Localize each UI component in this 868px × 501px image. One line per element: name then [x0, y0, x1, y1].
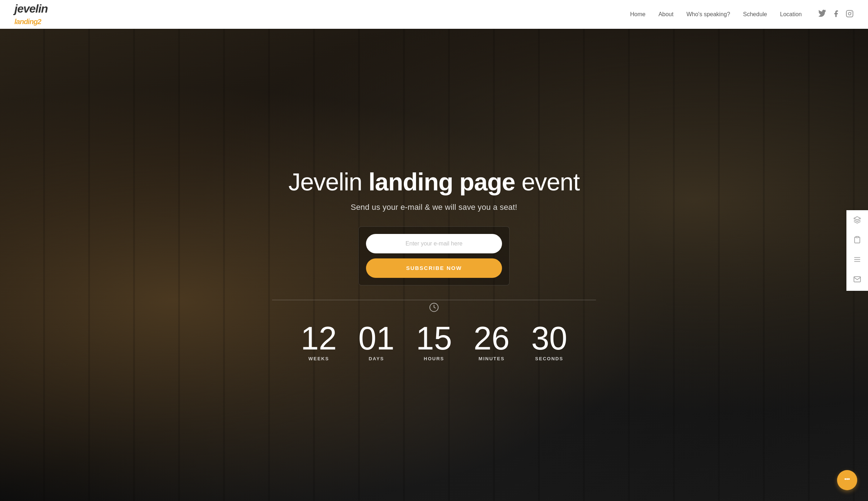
hours-number: 15	[416, 322, 452, 355]
chat-button[interactable]	[837, 470, 857, 490]
email-form: SUBSCRIBE NOW	[358, 226, 510, 285]
layers-icon[interactable]	[853, 216, 861, 226]
weeks-number: 12	[301, 322, 337, 355]
right-sidebar	[846, 210, 868, 291]
svg-marker-4	[854, 217, 860, 220]
countdown-seconds: 30 SECONDS	[531, 322, 567, 361]
nav-location[interactable]: Location	[780, 11, 802, 18]
twitter-icon[interactable]	[818, 10, 826, 19]
days-label: DAYS	[369, 356, 384, 361]
facebook-icon[interactable]	[832, 10, 840, 19]
countdown-minutes: 26 MINUTES	[474, 322, 510, 361]
hero-section: Jevelin landing page event Send us your …	[0, 0, 868, 501]
hero-title-suffix: event	[515, 168, 579, 195]
hero-subtitle: Send us your e-mail & we will save you a…	[351, 203, 517, 212]
svg-point-9	[845, 479, 846, 479]
clock-icon	[429, 302, 439, 315]
logo-landing: landing2	[14, 18, 41, 26]
svg-point-11	[849, 479, 849, 479]
header: jevelin landing2 Home About Who's speaki…	[0, 0, 868, 29]
mail-icon[interactable]	[853, 275, 861, 285]
countdown-days: 01 DAYS	[358, 322, 394, 361]
svg-point-2	[851, 12, 852, 12]
email-input[interactable]	[366, 234, 502, 253]
svg-point-1	[848, 12, 851, 15]
svg-point-10	[847, 479, 847, 479]
minutes-number: 26	[474, 322, 510, 355]
hero-title-bold: landing page	[369, 168, 515, 195]
hero-content: Jevelin landing page event Send us your …	[0, 168, 868, 361]
nav-home[interactable]: Home	[630, 11, 646, 18]
hero-title: Jevelin landing page event	[288, 168, 579, 195]
chat-icon	[843, 475, 851, 486]
logo-jevelin: jevelin	[14, 2, 48, 15]
countdown-section: 12 WEEKS 01 DAYS 15 HOURS 26 MINUTES 30	[272, 300, 596, 361]
svg-rect-5	[856, 236, 858, 238]
instagram-icon[interactable]	[846, 10, 854, 19]
countdown-row: 12 WEEKS 01 DAYS 15 HOURS 26 MINUTES 30	[301, 322, 568, 361]
nav-schedule[interactable]: Schedule	[743, 11, 767, 18]
logo[interactable]: jevelin landing2	[14, 3, 48, 26]
nav-about[interactable]: About	[659, 11, 674, 18]
seconds-label: SECONDS	[535, 356, 563, 361]
layout-icon[interactable]	[853, 256, 861, 265]
clipboard-icon[interactable]	[853, 236, 861, 245]
countdown-hours: 15 HOURS	[416, 322, 452, 361]
hero-title-prefix: Jevelin	[288, 168, 369, 195]
weeks-label: WEEKS	[308, 356, 329, 361]
seconds-number: 30	[531, 322, 567, 355]
countdown-weeks: 12 WEEKS	[301, 322, 337, 361]
days-number: 01	[358, 322, 394, 355]
minutes-label: MINUTES	[479, 356, 505, 361]
main-nav: Home About Who's speaking? Schedule Loca…	[630, 10, 854, 19]
social-links	[818, 10, 854, 19]
nav-speaking[interactable]: Who's speaking?	[686, 11, 730, 18]
svg-rect-0	[846, 10, 853, 17]
hours-label: HOURS	[424, 356, 444, 361]
subscribe-button[interactable]: SUBSCRIBE NOW	[366, 258, 502, 278]
